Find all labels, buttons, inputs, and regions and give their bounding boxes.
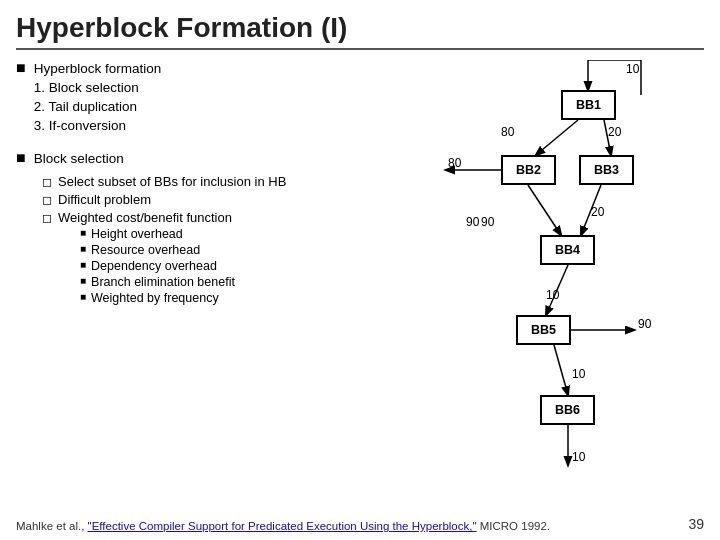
sub-sub-dot-3: ■	[80, 275, 86, 286]
bb-box-BB2: BB2	[501, 155, 556, 185]
content-area: ■ Hyperblock formation 1. Block selectio…	[16, 60, 704, 480]
edge-label-entry: 90	[481, 215, 494, 229]
sub-item-1: ◻ Difficult problem	[42, 192, 376, 207]
page-title: Hyperblock Formation (I)	[16, 12, 704, 50]
bullet-text-2: Block selection	[34, 150, 124, 169]
bb-box-BB6: BB6	[540, 395, 595, 425]
sub-dot-1: ◻	[42, 193, 52, 207]
sub-text-1: Difficult problem	[58, 192, 151, 207]
page: Hyperblock Formation (I) ■ Hyperblock fo…	[0, 0, 720, 540]
bb-box-BB3: BB3	[579, 155, 634, 185]
bullet-section-1: ■ Hyperblock formation 1. Block selectio…	[16, 60, 376, 136]
sub-text-0: Select subset of BBs for inclusion in HB	[58, 174, 286, 189]
sub-dot-2: ◻	[42, 211, 52, 225]
edge-label-90-bb5exit: 90	[638, 317, 651, 331]
edge-label-10-bb5bb6: 10	[572, 367, 585, 381]
sub-sub-text-1: Resource overhead	[91, 243, 200, 257]
sub-text-2-container: Weighted cost/benefit function ■ Height …	[58, 210, 235, 307]
sub-sub-item-0: ■ Height overhead	[80, 227, 235, 241]
sub-sub-item-3: ■ Branch elimination benefit	[80, 275, 235, 289]
footer-reference: Mahlke et al., "Effective Compiler Suppo…	[16, 520, 550, 532]
bullet-text-1: Hyperblock formation 1. Block selection …	[34, 60, 162, 136]
bullet-item-1: ■ Hyperblock formation 1. Block selectio…	[16, 60, 376, 136]
edge-label-20-bb3bb4: 20	[591, 205, 604, 219]
sub-sub-dot-0: ■	[80, 227, 86, 238]
diagram: 10 80 20 80 20 10 90 10 10 90 BB1 BB2 BB…	[386, 60, 676, 480]
edge-label-80-bb1bb2: 80	[501, 125, 514, 139]
entry-label: 90	[466, 215, 479, 229]
left-column: ■ Hyperblock formation 1. Block selectio…	[16, 60, 386, 480]
sub-sub-text-4: Weighted by frequency	[91, 291, 219, 305]
bb-box-BB1: BB1	[561, 90, 616, 120]
sub-sub-dot-4: ■	[80, 291, 86, 302]
sub-sub-item-4: ■ Weighted by frequency	[80, 291, 235, 305]
svg-line-1	[536, 120, 578, 155]
sub-item-2: ◻ Weighted cost/benefit function ■ Heigh…	[42, 210, 376, 307]
bullet-item-2: ■ Block selection	[16, 150, 376, 169]
sub-sub-dot-2: ■	[80, 259, 86, 270]
footer-ref-text: Mahlke et al.,	[16, 520, 88, 532]
bullet-sub-2: 3. If-conversion	[34, 117, 162, 136]
edge-label-80-bb2exit: 80	[448, 156, 461, 170]
bb-box-BB5: BB5	[516, 315, 571, 345]
edge-label-10-top: 10	[626, 62, 639, 76]
bullet-sub-1: 2. Tail duplication	[34, 98, 162, 117]
edge-label-10-bb4bb5: 10	[546, 288, 559, 302]
sub-item-0: ◻ Select subset of BBs for inclusion in …	[42, 174, 376, 189]
page-number: 39	[688, 516, 704, 532]
svg-line-7	[554, 345, 568, 395]
sub-list-2: ◻ Select subset of BBs for inclusion in …	[42, 174, 376, 307]
bullet-section-2: ■ Block selection ◻ Select subset of BBs…	[16, 150, 376, 308]
sub-sub-item-2: ■ Dependency overhead	[80, 259, 235, 273]
sub-sub-text-0: Height overhead	[91, 227, 183, 241]
sub-sub-list: ■ Height overhead ■ Resource overhead ■ …	[80, 227, 235, 305]
bullet-dot-1: ■	[16, 59, 26, 77]
bullet-sub-0: 1. Block selection	[34, 79, 162, 98]
sub-text-2: Weighted cost/benefit function	[58, 210, 232, 225]
bullet-main-text-1: Hyperblock formation	[34, 61, 162, 76]
sub-dot-0: ◻	[42, 175, 52, 189]
bb-box-BB4: BB4	[540, 235, 595, 265]
footer-ref-link[interactable]: "Effective Compiler Support for Predicat…	[88, 520, 477, 532]
sub-sub-text-3: Branch elimination benefit	[91, 275, 235, 289]
sub-sub-text-2: Dependency overhead	[91, 259, 217, 273]
sub-sub-dot-1: ■	[80, 243, 86, 254]
right-column: 10 80 20 80 20 10 90 10 10 90 BB1 BB2 BB…	[386, 60, 704, 480]
edge-label-20-bb1bb3: 20	[608, 125, 621, 139]
svg-line-3	[528, 185, 561, 235]
sub-sub-item-1: ■ Resource overhead	[80, 243, 235, 257]
edge-label-10-bb6exit: 10	[572, 450, 585, 464]
bullet-dot-2: ■	[16, 149, 26, 167]
diagram-svg	[386, 60, 676, 480]
footer-ref-end: MICRO 1992.	[477, 520, 551, 532]
